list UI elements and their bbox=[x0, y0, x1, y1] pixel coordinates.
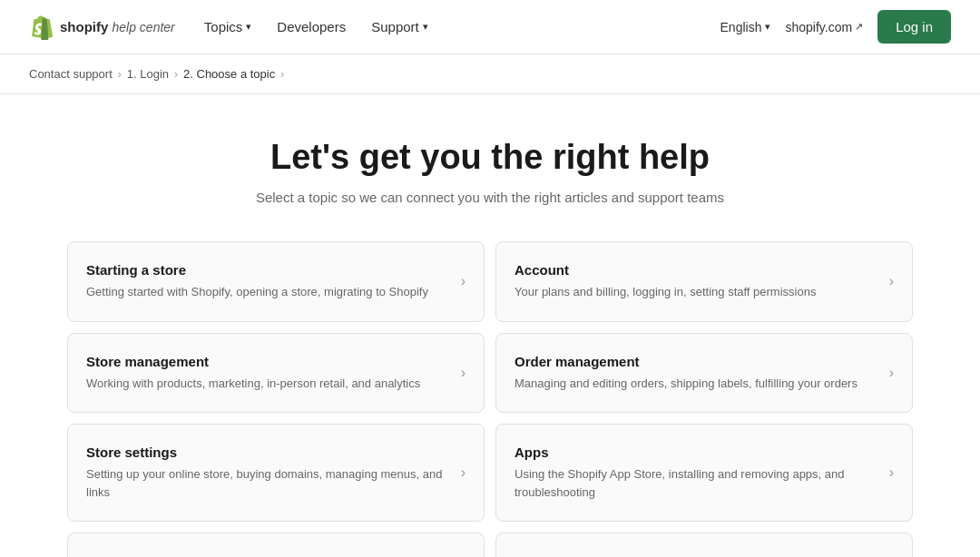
breadcrumb-sep-1: › bbox=[118, 68, 122, 81]
topic-arrow-icon: › bbox=[461, 273, 466, 289]
topic-arrow-icon: › bbox=[461, 464, 466, 481]
topics-nav-link[interactable]: Topics ▾ bbox=[204, 19, 252, 34]
topic-arrow-icon: › bbox=[889, 273, 894, 289]
nav-left: shopify help center Topics ▾ Developers … bbox=[29, 15, 428, 40]
topic-card[interactable]: AppsUsing the Shopify App Store, install… bbox=[495, 424, 913, 522]
topic-title: Order management bbox=[514, 354, 878, 369]
shopify-com-link[interactable]: shopify.com ↗ bbox=[785, 20, 863, 34]
topic-desc: Managing and editing orders, shipping la… bbox=[514, 375, 878, 393]
topic-arrow-icon: › bbox=[889, 365, 894, 381]
topic-card[interactable]: AccountYour plans and billing, logging i… bbox=[495, 241, 913, 322]
logo-text: shopify help center bbox=[60, 19, 175, 34]
topic-content: Store managementWorking with products, m… bbox=[86, 354, 450, 393]
login-button[interactable]: Log in bbox=[877, 10, 951, 44]
navbar: shopify help center Topics ▾ Developers … bbox=[0, 0, 980, 54]
hero-title: Let's get you the right help bbox=[67, 138, 913, 177]
topics-chevron-icon: ▾ bbox=[246, 21, 251, 33]
shopify-logo-icon bbox=[29, 15, 54, 40]
language-button[interactable]: English ▾ bbox=[720, 20, 771, 34]
nav-right: English ▾ shopify.com ↗ Log in bbox=[720, 10, 951, 44]
topic-title: Store management bbox=[86, 354, 450, 369]
support-chevron-icon: ▾ bbox=[423, 21, 428, 33]
topic-content: AppsUsing the Shopify App Store, install… bbox=[514, 445, 878, 501]
topic-desc: Your plans and billing, logging in, sett… bbox=[514, 283, 878, 301]
topic-desc: Setting up your online store, buying dom… bbox=[86, 465, 450, 501]
topic-card[interactable]: Store managementWorking with products, m… bbox=[67, 333, 485, 414]
breadcrumb-sep-3: › bbox=[280, 68, 284, 81]
topic-arrow-icon: › bbox=[889, 464, 894, 481]
topic-card[interactable]: Store settingsSetting up your online sto… bbox=[67, 424, 485, 522]
breadcrumb-contact-support[interactable]: Contact support bbox=[29, 67, 113, 81]
topic-desc: Using the Shopify App Store, installing … bbox=[514, 465, 878, 501]
topic-content: Store settingsSetting up your online sto… bbox=[86, 445, 450, 501]
topic-card[interactable]: Starting a storeGetting started with Sho… bbox=[67, 241, 485, 322]
topic-card[interactable]: MoneySetting up your payment provider, u… bbox=[495, 533, 913, 557]
topic-title: Apps bbox=[514, 445, 878, 460]
hero-subtitle: Select a topic so we can connect you wit… bbox=[67, 190, 913, 205]
breadcrumb: Contact support › 1. Login › 2. Choose a… bbox=[0, 54, 980, 94]
topics-grid: Starting a storeGetting started with Sho… bbox=[67, 241, 913, 557]
topic-content: AccountYour plans and billing, logging i… bbox=[514, 262, 878, 301]
developers-nav-link[interactable]: Developers bbox=[277, 19, 346, 34]
topic-content: MoneySetting up your payment provider, u… bbox=[514, 553, 878, 557]
topic-card[interactable]: Sales channelsSelling on Shop, Handshake… bbox=[67, 533, 485, 557]
topic-arrow-icon: › bbox=[461, 365, 466, 381]
lang-chevron-icon: ▾ bbox=[765, 21, 770, 33]
breadcrumb-sep-2: › bbox=[174, 68, 178, 81]
topic-card[interactable]: Order managementManaging and editing ord… bbox=[495, 333, 913, 414]
topic-title: Starting a store bbox=[86, 262, 450, 278]
logo[interactable]: shopify help center bbox=[29, 15, 175, 40]
topic-title: Money bbox=[514, 553, 878, 557]
breadcrumb-step2: 2. Choose a topic bbox=[183, 67, 275, 81]
support-nav-link[interactable]: Support ▾ bbox=[371, 19, 428, 34]
topic-title: Store settings bbox=[86, 445, 450, 460]
nav-links: Topics ▾ Developers Support ▾ bbox=[204, 19, 428, 34]
topic-desc: Working with products, marketing, in-per… bbox=[86, 375, 450, 393]
topic-desc: Getting started with Shopify, opening a … bbox=[86, 283, 450, 301]
topic-title: Account bbox=[514, 262, 878, 278]
breadcrumb-step1[interactable]: 1. Login bbox=[127, 67, 169, 81]
main-content: Let's get you the right help Select a to… bbox=[45, 94, 935, 557]
external-link-icon: ↗ bbox=[855, 21, 863, 33]
topic-content: Order managementManaging and editing ord… bbox=[514, 354, 878, 393]
topic-content: Starting a storeGetting started with Sho… bbox=[86, 262, 450, 301]
